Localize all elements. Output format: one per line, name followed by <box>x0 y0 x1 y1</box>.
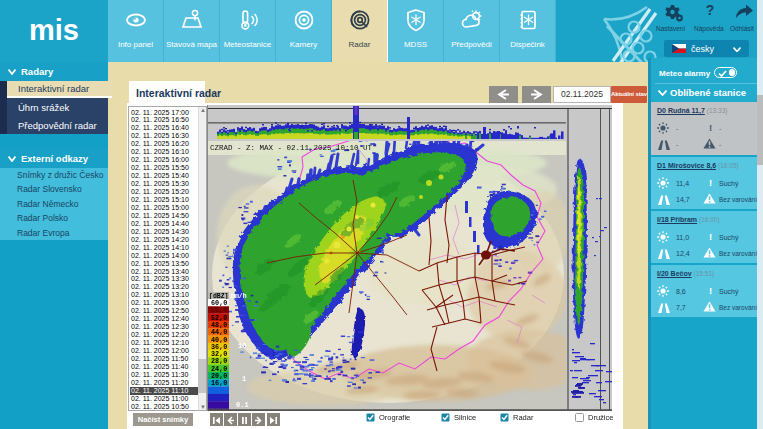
svg-text:1: 1 <box>242 375 246 383</box>
svg-text:0.1: 0.1 <box>236 401 249 409</box>
svg-text:16,0: 16,0 <box>211 379 227 387</box>
svg-text:CZRAD - Z: MAX - 02.11.2025 10: CZRAD - Z: MAX - 02.11.2025 10:10 UT <box>210 144 373 152</box>
svg-text:10: 10 <box>238 342 246 350</box>
svg-text:mm/h: mm/h <box>231 293 247 300</box>
